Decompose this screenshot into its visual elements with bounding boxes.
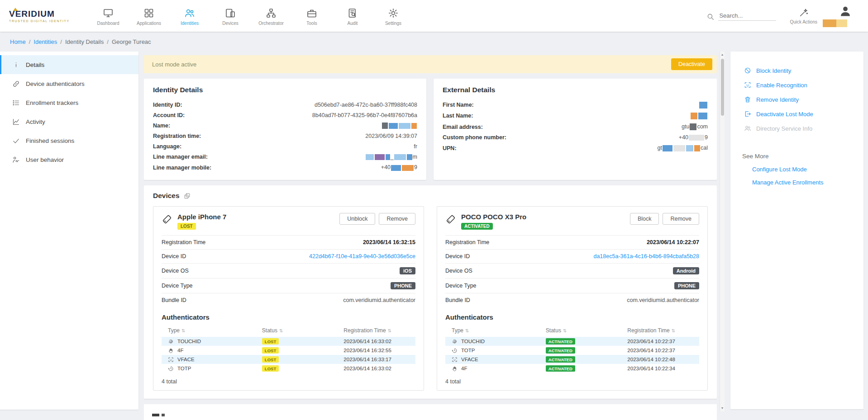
device-header: POCO POCO X3 Pro ACTIVATED Block Remove (445, 213, 699, 230)
authenticators-total: 4 total (162, 378, 415, 385)
sort-by-type[interactable]: Type⇅ (168, 327, 262, 334)
remove-device-button[interactable]: Remove (663, 213, 699, 225)
device-id-link[interactable]: 422d4b67-f10e-41a9-9e40-3e56d036e5ce (309, 253, 415, 260)
identities-icon (184, 8, 195, 19)
breadcrumb-home[interactable]: Home (10, 38, 26, 45)
nav-item-settings[interactable]: Settings (373, 6, 414, 26)
face-scan-icon (452, 357, 458, 363)
sidebar-item-details[interactable]: Details (0, 55, 138, 74)
device-id-link[interactable]: da18ec5a-361a-4c16-b4b6-894cbafa5b28 (593, 253, 699, 260)
trash-icon (744, 96, 751, 103)
search-icon[interactable] (706, 13, 715, 21)
sort-by-status[interactable]: Status⇅ (262, 327, 344, 334)
lost-mode-banner: Lost mode active Deactivate (144, 55, 717, 73)
hand-icon (168, 348, 174, 354)
action-label: Block Identity (756, 67, 791, 74)
sidebar-item-activity[interactable]: Activity (0, 112, 138, 131)
nav-label: Audit (348, 21, 358, 26)
auth-time: 2023/06/14 10:22:37 (627, 339, 699, 344)
see-more-heading: See More (742, 153, 857, 160)
sidebar-item-enrollment-trackers[interactable]: Enrollment trackers (0, 93, 138, 112)
sidebar-item-user-behavior[interactable]: User behavior (0, 150, 138, 169)
bundle-id-value: com.veridiumid.authenticator (343, 297, 415, 303)
auth-type: 4F (461, 366, 467, 371)
device-registration-time: 2023/06/14 10:22:07 (647, 239, 699, 245)
action-label: Deactivate Lost Mode (756, 111, 813, 118)
main-content: Lost mode active Deactivate Identity Det… (144, 52, 717, 420)
user-behavior-icon (12, 156, 20, 164)
phone-icon (162, 214, 172, 225)
table-row: VFACE LOST 2023/06/14 16:33:17 (162, 355, 415, 364)
nav-item-audit[interactable]: Audit (332, 6, 373, 26)
auth-time: 2023/06/14 16:33:17 (343, 357, 415, 362)
auth-time: 2023/06/14 16:33:02 (343, 366, 415, 371)
device-row-device-os: Device OS Android (445, 264, 699, 278)
field-registration-time: Registration time: 2023/06/09 14:39:07 (153, 131, 417, 142)
list-icon (12, 99, 20, 107)
nav-label: Orchestrator (258, 21, 284, 26)
user-redacted-chip (823, 19, 847, 27)
sort-by-status[interactable]: Status⇅ (546, 327, 628, 334)
nav-item-dashboard[interactable]: Dashboard (88, 6, 129, 26)
nav-item-identities[interactable]: Identities (169, 6, 210, 26)
breadcrumb-separator: / (107, 38, 109, 45)
hand-icon (452, 366, 458, 372)
avatar-icon (839, 5, 852, 18)
nav-item-devices[interactable]: Devices (210, 6, 251, 26)
auth-time: 2023/06/14 16:32:55 (343, 348, 415, 353)
nav-item-tools[interactable]: Tools (291, 6, 332, 26)
devices-title: Devices (153, 192, 180, 200)
identity-details-card: Identity Details Identity ID: d506ebd7-a… (144, 79, 426, 180)
vertical-scrollbar[interactable]: ▲ ▼ (720, 52, 725, 411)
device-type-badge: PHONE (391, 282, 415, 289)
remove-device-button[interactable]: Remove (379, 213, 415, 225)
deactivate-lost-mode-action[interactable]: Deactivate Lost Mode (742, 107, 857, 121)
sort-by-registration-time[interactable]: Registration Time⇅ (627, 327, 699, 334)
sidebar-item-label: Activity (26, 118, 45, 125)
field-custom-phone: Custom phone number: +409 (443, 132, 708, 143)
device-os-badge: Android (673, 267, 699, 274)
nav-item-orchestrator[interactable]: Orchestrator (251, 6, 291, 26)
identity-id-value: d506ebd7-ae86-472c-ba60-37ff988fc408 (315, 102, 417, 108)
dashboard-icon (103, 8, 114, 19)
copy-icon[interactable] (184, 193, 191, 199)
unblock-button[interactable]: Unblock (339, 213, 375, 225)
sort-by-registration-time[interactable]: Registration Time⇅ (343, 327, 415, 334)
table-row: TOTP ACTIVATED 2023/06/14 10:22:37 (445, 346, 699, 355)
quick-actions-button[interactable]: Quick Actions (790, 8, 817, 24)
brand-logo: VERIDIUM TRUSTED DIGITAL IDENTITY (9, 9, 81, 23)
breadcrumb-separator: / (60, 38, 62, 45)
sidebar-item-device-authenticators[interactable]: Device authenticators (0, 74, 138, 93)
line-manager-mobile-redacted: +409 (381, 164, 417, 170)
manage-active-enrollments-link[interactable]: Manage Active Enrollments (742, 179, 857, 186)
scroll-down-arrow[interactable]: ▼ (720, 405, 725, 411)
user-avatar[interactable] (831, 3, 856, 28)
auth-time: 2023/06/14 10:22:48 (627, 357, 699, 362)
remove-identity-action[interactable]: Remove Identity (742, 92, 857, 107)
sort-icon: ⇅ (672, 328, 675, 333)
enable-recognition-action[interactable]: Enable Recognition (742, 78, 857, 92)
action-label: Directory Service Info (756, 125, 812, 132)
scrollbar-thumb[interactable] (721, 59, 724, 116)
account-id-value: 8b40ad7f-b077-4325-96b7-0e4f87607b6a (312, 112, 417, 118)
scroll-up-arrow[interactable]: ▲ (720, 52, 725, 58)
sidebar-item-finished-sessions[interactable]: Finished sessions (0, 131, 138, 150)
device-name: Apple iPhone 7 (177, 213, 226, 221)
field-upn: UPN: gtcal (443, 143, 708, 154)
breadcrumb-separator: / (29, 38, 31, 45)
search-input[interactable] (718, 11, 776, 21)
deactivate-lost-mode-button[interactable]: Deactivate (671, 58, 712, 70)
breadcrumb-identities[interactable]: Identities (33, 38, 57, 45)
devices-title-row: Devices (153, 192, 708, 200)
nav-item-applications[interactable]: Applications (129, 6, 169, 26)
totp-clock-icon (168, 366, 174, 372)
sort-by-type[interactable]: Type⇅ (452, 327, 546, 334)
phone-icon (445, 214, 456, 225)
block-identity-action[interactable]: Block Identity (742, 63, 857, 78)
sidebar-item-label: User behavior (26, 156, 64, 163)
fingerprint-icon (452, 339, 458, 344)
block-button[interactable]: Block (630, 213, 659, 225)
configure-lost-mode-link[interactable]: Configure Lost Mode (742, 166, 857, 173)
table-row: VFACE ACTIVATED 2023/06/14 10:22:48 (445, 355, 699, 364)
auth-status-badge: ACTIVATED (546, 338, 575, 344)
